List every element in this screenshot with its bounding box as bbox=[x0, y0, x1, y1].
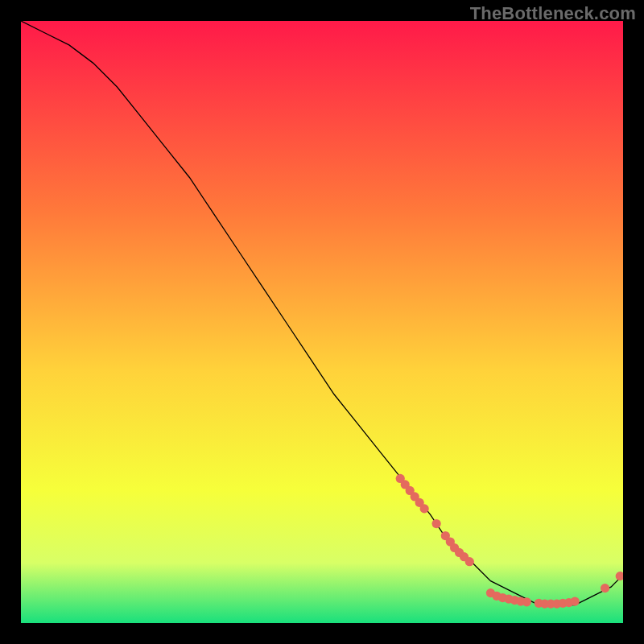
gradient-background bbox=[21, 21, 623, 623]
plot-area bbox=[21, 21, 623, 623]
data-marker bbox=[522, 597, 531, 606]
data-marker bbox=[465, 557, 474, 566]
data-marker bbox=[601, 584, 609, 592]
chart-frame: TheBottleneck.com bbox=[0, 0, 644, 644]
data-marker bbox=[571, 597, 580, 605]
chart-svg bbox=[21, 21, 623, 623]
data-marker bbox=[420, 504, 429, 513]
data-marker bbox=[432, 519, 441, 528]
